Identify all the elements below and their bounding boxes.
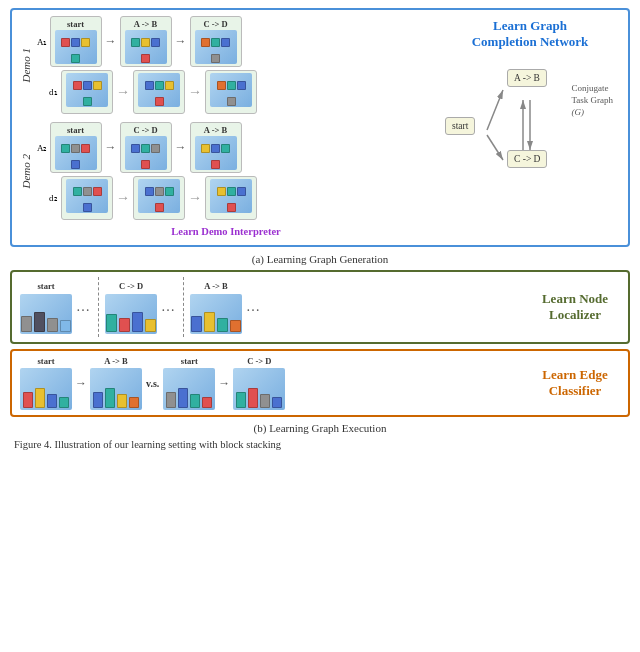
nl-atob-group: A -> B: [190, 281, 242, 334]
blocks-d1-1: [66, 73, 108, 107]
scene-ctod-a2: C -> D: [120, 122, 172, 173]
blocks-a1-atob: [125, 30, 167, 64]
nl-start-label: start: [38, 281, 55, 291]
demo-area: Demo 1 A₁ start: [20, 16, 432, 237]
a1-seq: start → A -> B: [50, 16, 242, 67]
node-localizer-label: Learn Node Localizer: [530, 291, 620, 322]
blocks-a1-ctod: [195, 30, 237, 64]
nl-start-scene: [20, 294, 72, 334]
graph-node-atob: A -> B: [507, 69, 547, 87]
ec-atob-1: A -> B: [90, 356, 142, 410]
arrow-d1-1: →: [116, 84, 130, 100]
vs-text: v.s.: [146, 378, 159, 389]
ec-atob-1-scene: [90, 368, 142, 410]
scene-atob-a2: A -> B: [190, 122, 242, 173]
conjugate-task-graph-label: ConjugateTask Graph(G): [571, 83, 613, 118]
graph-node-ctod: C -> D: [507, 150, 547, 168]
ec-ctod-2: C -> D: [233, 356, 285, 410]
ec-start-1-label: start: [38, 356, 55, 366]
start-label-a2: start: [67, 125, 84, 135]
blocks-a2-start: [55, 136, 97, 170]
arrow-pair1: →: [75, 376, 87, 391]
main-container: Demo 1 A₁ start: [0, 0, 640, 457]
nl-atob-scene: [190, 294, 242, 334]
ec-start-2-scene: [163, 368, 215, 410]
arrow1-a2: →: [105, 140, 117, 155]
blocks-a2-ctod: [125, 136, 167, 170]
node-localizer-label-container: Learn Node Localizer: [530, 291, 620, 322]
blocks-d1-2: [138, 73, 180, 107]
node-localizer-seq: start … C -> D: [20, 277, 524, 337]
d1-row: d₁ →: [49, 70, 257, 114]
blocks-d2-1: [66, 179, 108, 213]
figure-caption: Figure 4. Illustration of our learning s…: [10, 438, 630, 453]
ctod-label-a2: C -> D: [133, 125, 157, 135]
scene-d1-1: [61, 70, 113, 114]
atob-label-a1: A -> B: [134, 19, 157, 29]
ctod-label-a1: C -> D: [203, 19, 227, 29]
arrow2-a2: →: [175, 140, 187, 155]
edge-classifier-label: Learn Edge Classifier: [530, 367, 620, 398]
lgcn-title: Learn Graph Completion Network: [472, 18, 589, 49]
ec-start-1-scene: [20, 368, 72, 410]
blocks-d2-2: [138, 179, 180, 213]
divider-1: [98, 277, 99, 337]
svg-line-2: [487, 90, 503, 130]
a1-row: A₁ start → A -> B: [37, 16, 257, 67]
scene-d2-1: [61, 176, 113, 220]
dots-2: …: [161, 299, 177, 315]
svg-line-3: [487, 135, 503, 160]
a2-seq: start → C -> D: [50, 122, 242, 173]
scene-d1-2: [133, 70, 185, 114]
graph-node-start: start: [445, 117, 475, 135]
top-section: Demo 1 A₁ start: [10, 8, 630, 247]
arrow1-a1: →: [105, 34, 117, 49]
learn-demo-interpreter-label: Learn Demo Interpreter: [20, 226, 432, 237]
blocks-a2-atob: [195, 136, 237, 170]
scene-ctod-a1: C -> D: [190, 16, 242, 67]
arrow-pair2: →: [218, 376, 230, 391]
edge-classifier-seq: start → A -> B: [20, 356, 524, 410]
arrow-d2-1: →: [116, 190, 130, 206]
demo2-label: Demo 2: [20, 154, 34, 189]
dots-1: …: [76, 299, 92, 315]
scene-start-a1: start: [50, 16, 102, 67]
blocks-d2-3: [210, 179, 252, 213]
d2-label: d₂: [49, 193, 59, 203]
ec-ctod-2-scene: [233, 368, 285, 410]
arrow-d1-2: →: [188, 84, 202, 100]
start-label-a1: start: [67, 19, 84, 29]
edge-classifier-label-container: Learn Edge Classifier: [530, 367, 620, 398]
blocks-d1-3: [210, 73, 252, 107]
atob-label-a2: A -> B: [204, 125, 227, 135]
graph-diagram: start A -> B C -> D ConjugateTask Graph(…: [445, 55, 615, 185]
nl-start-group: start: [20, 281, 72, 334]
d1-seq: → →: [61, 70, 257, 114]
pair2: start → C -> D: [163, 356, 285, 410]
demo1-label: Demo 1: [20, 48, 34, 83]
ec-ctod-2-label: C -> D: [247, 356, 271, 366]
bottom-section-b: start → A -> B: [10, 349, 630, 417]
ec-atob-1-label: A -> B: [104, 356, 127, 366]
arrow-d2-2: →: [188, 190, 202, 206]
scene-start-a2: start: [50, 122, 102, 173]
demo2-group: Demo 2 A₂ start: [20, 122, 432, 220]
a2-label: A₂: [37, 143, 48, 153]
a1-label: A₁: [37, 37, 48, 47]
caption-a: (a) Learning Graph Generation: [10, 253, 630, 265]
ec-start-2: start: [163, 356, 215, 410]
scene-d2-2: [133, 176, 185, 220]
divider-2: [183, 277, 184, 337]
demo1-group: Demo 1 A₁ start: [20, 16, 432, 114]
d1-label: d₁: [49, 87, 59, 97]
caption-b: (b) Learning Graph Execution: [10, 422, 630, 434]
nl-ctod-label: C -> D: [119, 281, 143, 291]
bottom-section-a: start … C -> D: [10, 270, 630, 344]
pair1: start → A -> B: [20, 356, 142, 410]
nl-atob-label: A -> B: [204, 281, 227, 291]
scene-d1-3: [205, 70, 257, 114]
scene-atob-a1: A -> B: [120, 16, 172, 67]
nl-ctod-group: C -> D: [105, 281, 157, 334]
lgcn-area: Learn Graph Completion Network: [440, 16, 620, 237]
nl-ctod-scene: [105, 294, 157, 334]
